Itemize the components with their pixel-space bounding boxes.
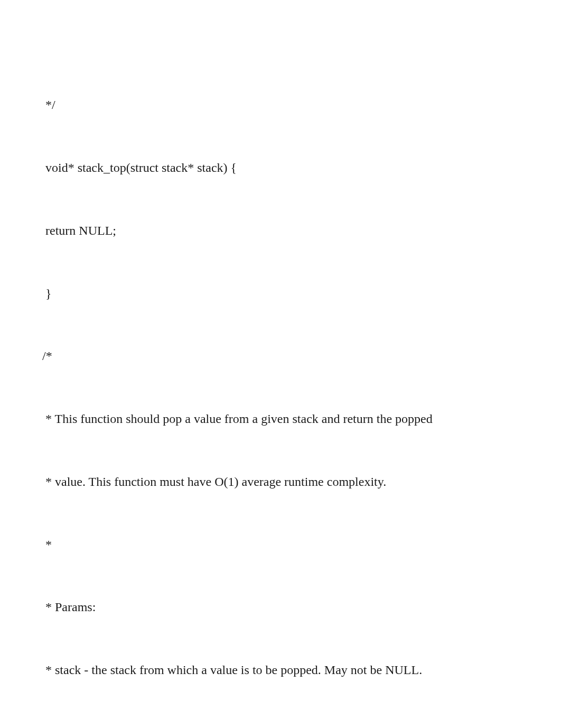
code-line: /*	[42, 346, 513, 367]
code-line: void* stack_top(struct stack* stack) {	[42, 158, 513, 179]
code-line: }	[42, 283, 513, 305]
code-line: * Params:	[42, 597, 513, 618]
code-line: * value. This function must have O(1) av…	[42, 472, 513, 493]
code-line: */	[42, 95, 513, 116]
code-line: * This function should pop a value from …	[42, 409, 513, 430]
code-line: *	[42, 723, 513, 728]
code-line: return NULL;	[42, 220, 513, 242]
code-line: *	[42, 535, 513, 556]
code-line: * stack - the stack from which a value i…	[42, 660, 513, 681]
code-document: */ void* stack_top(struct stack* stack) …	[42, 53, 513, 728]
